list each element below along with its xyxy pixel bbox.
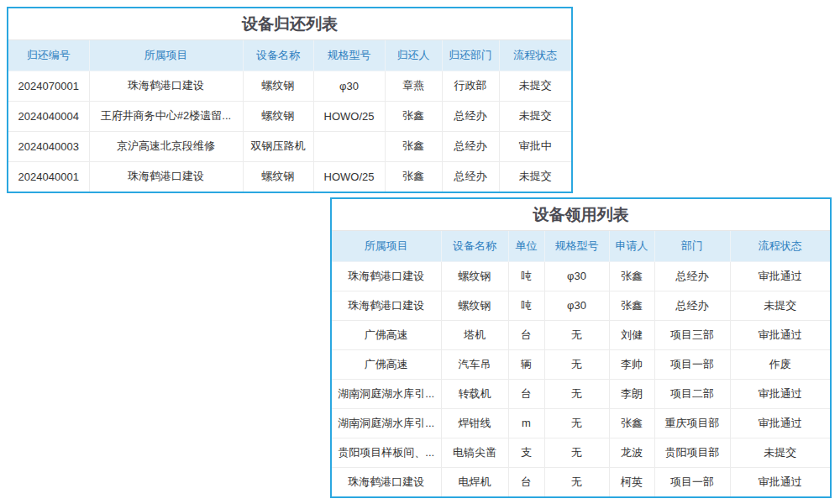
col-header-spec-model: 规格型号 <box>313 40 385 71</box>
cell-spec-model: φ30 <box>313 71 385 101</box>
cell-returner: 章燕 <box>385 71 442 101</box>
cell-project: 湖南洞庭湖水库引... <box>332 379 441 408</box>
cell-project: 广佛高速 <box>332 349 441 379</box>
col-header-return-no: 归还编号 <box>8 40 89 71</box>
cell-dept: 项目一部 <box>654 467 730 496</box>
cell-dept: 重庆项目部 <box>654 408 730 438</box>
cell-unit: 吨 <box>508 261 544 291</box>
col-header-device-name: 设备名称 <box>441 231 508 261</box>
status-badge: 审批通过 <box>730 379 830 408</box>
cell-unit: m <box>508 408 544 438</box>
cell-spec-model: HOWO/25 <box>313 161 385 192</box>
device-name-link[interactable]: 螺纹钢 <box>441 261 508 291</box>
cell-returner: 张鑫 <box>385 101 442 131</box>
requisition-table-row: 广佛高速 塔机 台 无 刘健 项目三部 审批通过 <box>332 320 830 349</box>
cell-unit: 台 <box>508 320 544 349</box>
applicant-link[interactable]: 张鑫 <box>609 408 654 438</box>
cell-return-no: 2024040004 <box>8 101 89 131</box>
device-name-link[interactable]: 汽车吊 <box>441 349 508 379</box>
device-name-link[interactable]: 螺纹钢 <box>441 291 508 320</box>
cell-project: 珠海鹤港口建设 <box>89 161 243 192</box>
status-badge: 审批通过 <box>730 261 830 291</box>
applicant-link[interactable]: 刘健 <box>609 320 654 349</box>
page-root: { "return_table": { "title": "设备归还列表", "… <box>0 0 840 504</box>
col-header-spec-model: 规格型号 <box>544 231 609 261</box>
return-table-header-row: 归还编号 所属项目 设备名称 规格型号 归还人 归还部门 流程状态 <box>8 40 571 71</box>
cell-project: 贵阳项目样板间、... <box>332 438 441 467</box>
cell-unit: 辆 <box>508 349 544 379</box>
applicant-link[interactable]: 张鑫 <box>609 291 654 320</box>
cell-return-dept: 总经办 <box>442 161 499 192</box>
status-badge: 审批通过 <box>730 408 830 438</box>
cell-dept: 项目三部 <box>654 320 730 349</box>
applicant-link[interactable]: 李朗 <box>609 379 654 408</box>
status-badge: 未提交 <box>730 438 830 467</box>
applicant-link[interactable]: 李帅 <box>609 349 654 379</box>
cell-spec-model: 无 <box>544 408 609 438</box>
cell-device-name: 螺纹钢 <box>243 101 313 131</box>
requisition-table-row: 珠海鹤港口建设 电焊机 台 无 柯英 项目一部 审批通过 <box>332 467 830 496</box>
requisition-table-panel: 设备领用列表 所属项目 设备名称 单位 规格型号 申请人 部门 流程状态 珠海鹤… <box>330 197 832 498</box>
cell-status: 未提交 <box>499 161 571 192</box>
return-table-row: 2024070001 珠海鹤港口建设 螺纹钢 φ30 章燕 行政部 未提交 <box>8 71 571 101</box>
applicant-link[interactable]: 张鑫 <box>609 261 654 291</box>
applicant-link[interactable]: 龙波 <box>609 438 654 467</box>
col-header-unit: 单位 <box>508 231 544 261</box>
cell-spec-model <box>313 131 385 161</box>
cell-unit: 支 <box>508 438 544 467</box>
cell-dept: 项目二部 <box>654 379 730 408</box>
requisition-table-row: 广佛高速 汽车吊 辆 无 李帅 项目一部 作废 <box>332 349 830 379</box>
cell-dept: 总经办 <box>654 291 730 320</box>
cell-unit: 台 <box>508 467 544 496</box>
col-header-applicant: 申请人 <box>609 231 654 261</box>
return-table-row: 2024040001 珠海鹤港口建设 螺纹钢 HOWO/25 张鑫 总经办 未提… <box>8 161 571 192</box>
cell-dept: 项目一部 <box>654 349 730 379</box>
requisition-table-header-row: 所属项目 设备名称 单位 规格型号 申请人 部门 流程状态 <box>332 231 830 261</box>
cell-project: 珠海鹤港口建设 <box>332 291 441 320</box>
status-badge: 未提交 <box>730 291 830 320</box>
cell-return-no: 2024040001 <box>8 161 89 192</box>
col-header-return-dept: 归还部门 <box>442 40 499 71</box>
requisition-table-row: 湖南洞庭湖水库引... 焊钳线 m 无 张鑫 重庆项目部 审批通过 <box>332 408 830 438</box>
cell-device-name: 螺纹钢 <box>243 161 313 192</box>
cell-spec-model: 无 <box>544 438 609 467</box>
cell-return-dept: 总经办 <box>442 131 499 161</box>
requisition-table-row: 贵阳项目样板间、... 电镐尖凿 支 无 龙波 贵阳项目部 未提交 <box>332 438 830 467</box>
cell-spec-model: 无 <box>544 379 609 408</box>
cell-status: 未提交 <box>499 71 571 101</box>
cell-unit: 吨 <box>508 291 544 320</box>
cell-dept: 贵阳项目部 <box>654 438 730 467</box>
cell-project: 珠海鹤港口建设 <box>89 71 243 101</box>
cell-return-no: 2024040003 <box>8 131 89 161</box>
device-name-link[interactable]: 电焊机 <box>441 467 508 496</box>
cell-project: 珠海鹤港口建设 <box>332 467 441 496</box>
return-table-panel: 设备归还列表 归还编号 所属项目 设备名称 规格型号 归还人 归还部门 流程状态… <box>7 7 573 193</box>
status-badge: 审批通过 <box>730 467 830 496</box>
device-name-link[interactable]: 塔机 <box>441 320 508 349</box>
cell-returner: 张鑫 <box>385 131 442 161</box>
device-name-link[interactable]: 转载机 <box>441 379 508 408</box>
requisition-table-title: 设备领用列表 <box>332 199 830 231</box>
applicant-link[interactable]: 柯英 <box>609 467 654 496</box>
cell-status: 审批中 <box>499 131 571 161</box>
cell-device-name: 双钢压路机 <box>243 131 313 161</box>
requisition-table-row: 湖南洞庭湖水库引... 转载机 台 无 李朗 项目二部 审批通过 <box>332 379 830 408</box>
device-name-link[interactable]: 电镐尖凿 <box>441 438 508 467</box>
col-header-dept: 部门 <box>654 231 730 261</box>
return-table-row: 2024040003 京沪高速北京段维修 双钢压路机 张鑫 总经办 审批中 <box>8 131 571 161</box>
col-header-project: 所属项目 <box>89 40 243 71</box>
return-table: 归还编号 所属项目 设备名称 规格型号 归还人 归还部门 流程状态 202407… <box>8 40 571 192</box>
cell-spec-model: HOWO/25 <box>313 101 385 131</box>
device-name-link[interactable]: 焊钳线 <box>441 408 508 438</box>
cell-dept: 总经办 <box>654 261 730 291</box>
cell-return-dept: 总经办 <box>442 101 499 131</box>
return-table-title: 设备归还列表 <box>8 8 571 40</box>
cell-spec-model: φ30 <box>544 291 609 320</box>
cell-return-dept: 行政部 <box>442 71 499 101</box>
status-badge: 作废 <box>730 349 830 379</box>
col-header-status: 流程状态 <box>730 231 830 261</box>
col-header-status: 流程状态 <box>499 40 571 71</box>
cell-unit: 台 <box>508 379 544 408</box>
col-header-project: 所属项目 <box>332 231 441 261</box>
cell-spec-model: 无 <box>544 349 609 379</box>
